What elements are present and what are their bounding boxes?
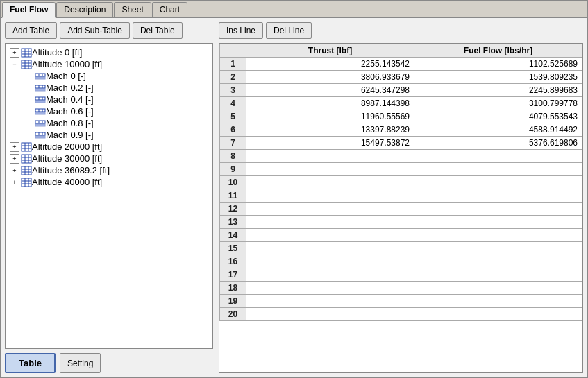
cell-thrust[interactable]: 3806.933679 (246, 71, 414, 84)
cell-thrust[interactable] (246, 242, 414, 255)
cell-thrust[interactable]: 13397.88239 (246, 123, 414, 137)
table-row[interactable]: 19 (220, 295, 582, 308)
cell-fuel-flow[interactable] (414, 176, 582, 189)
del-table-button[interactable]: Del Table (133, 22, 183, 39)
table-row[interactable]: 511960.555694079.553543 (220, 110, 582, 123)
table-row[interactable]: 16 (220, 255, 582, 268)
tree-item-altitude-30000[interactable]: + Altitude 30000 [ft] (7, 153, 211, 164)
table-row[interactable]: 18 (220, 282, 582, 295)
cell-thrust[interactable] (246, 189, 414, 203)
add-table-button[interactable]: Add Table (5, 22, 57, 39)
cell-thrust[interactable] (246, 163, 414, 176)
table-row[interactable]: 13 (220, 216, 582, 229)
cell-thrust[interactable] (246, 203, 414, 216)
table-row[interactable]: 613397.882394588.914492 (220, 123, 582, 137)
table-row[interactable]: 36245.3472982245.899683 (220, 84, 582, 97)
expand-icon-altitude-10000[interactable]: − (10, 60, 19, 69)
svg-rect-13 (35, 77, 45, 79)
cell-fuel-flow[interactable]: 4079.553543 (414, 110, 582, 123)
cell-fuel-flow[interactable]: 5376.619806 (414, 137, 582, 150)
cell-thrust[interactable] (246, 282, 414, 295)
cell-thrust[interactable] (246, 216, 414, 229)
cell-fuel-flow[interactable]: 4588.914492 (414, 123, 582, 137)
grid-icon (21, 154, 32, 164)
cell-fuel-flow[interactable] (414, 163, 582, 176)
cell-fuel-flow[interactable] (414, 216, 582, 229)
del-line-button[interactable]: Del Line (266, 22, 312, 39)
tree-item-mach-09[interactable]: Mach 0.9 [-] (7, 129, 211, 141)
cell-fuel-flow[interactable] (414, 255, 582, 268)
table-row[interactable]: 17 (220, 268, 582, 282)
expand-icon-altitude-30000[interactable]: + (10, 154, 19, 164)
table-row[interactable]: 14 (220, 229, 582, 242)
add-sub-table-button[interactable]: Add Sub-Table (60, 22, 130, 39)
tree-label: Altitude 20000 [ft] (32, 141, 102, 152)
cell-thrust[interactable] (246, 229, 414, 242)
cell-fuel-flow[interactable] (414, 189, 582, 203)
table-row[interactable]: 8 (220, 150, 582, 163)
table-row[interactable]: 23806.9336791539.809235 (220, 71, 582, 84)
row-number: 6 (220, 123, 246, 137)
cell-fuel-flow[interactable] (414, 203, 582, 216)
table-button[interactable]: Table (5, 353, 56, 373)
cell-thrust[interactable]: 8987.144398 (246, 97, 414, 110)
table-row[interactable]: 48987.1443983100.799778 (220, 97, 582, 110)
cell-thrust[interactable] (246, 150, 414, 163)
tree-item-altitude-40000[interactable]: + Altitude 40000 [ft] (7, 176, 211, 188)
cell-fuel-flow[interactable] (414, 242, 582, 255)
cell-fuel-flow[interactable] (414, 295, 582, 308)
table-row[interactable]: 12255.1435421102.525689 (220, 58, 582, 71)
cell-thrust[interactable] (246, 268, 414, 282)
expand-icon-altitude-36089[interactable]: + (10, 166, 19, 175)
cell-fuel-flow[interactable] (414, 229, 582, 242)
table-scroll-container[interactable]: Thrust [lbf] Fuel Flow [lbs/hr] 12255.14… (219, 43, 583, 373)
setting-button[interactable]: Setting (60, 353, 101, 373)
row-number: 8 (220, 150, 246, 163)
cell-thrust[interactable] (246, 255, 414, 268)
row-icon (35, 107, 46, 117)
cell-fuel-flow[interactable] (414, 268, 582, 282)
table-row[interactable]: 11 (220, 189, 582, 203)
cell-fuel-flow[interactable]: 1102.525689 (414, 58, 582, 71)
cell-thrust[interactable]: 15497.53872 (246, 137, 414, 150)
tab-fuel-flow[interactable]: Fuel Flow (2, 2, 56, 18)
tree-item-mach-08[interactable]: Mach 0.8 [-] (7, 117, 211, 129)
tree-item-altitude-10000[interactable]: − Altitude 10000 [ft] (7, 58, 211, 70)
row-icon (35, 83, 46, 93)
tab-chart[interactable]: Chart (152, 2, 187, 17)
table-row[interactable]: 10 (220, 176, 582, 189)
cell-fuel-flow[interactable] (414, 308, 582, 321)
cell-thrust[interactable]: 11960.55569 (246, 110, 414, 123)
tree-container[interactable]: + Altitude 0 [ft] − (5, 43, 213, 349)
cell-thrust[interactable] (246, 176, 414, 189)
expand-icon-altitude-20000[interactable]: + (10, 142, 19, 152)
tree-item-altitude-20000[interactable]: + Altitude 20000 [ft] (7, 141, 211, 153)
table-row[interactable]: 9 (220, 163, 582, 176)
grid-icon (21, 142, 32, 152)
cell-thrust[interactable] (246, 308, 414, 321)
cell-fuel-flow[interactable]: 2245.899683 (414, 84, 582, 97)
tree-item-mach-06[interactable]: Mach 0.6 [-] (7, 105, 211, 117)
tree-item-mach-02[interactable]: Mach 0.2 [-] (7, 82, 211, 94)
table-row[interactable]: 15 (220, 242, 582, 255)
tree-item-altitude-0[interactable]: + Altitude 0 [ft] (7, 46, 211, 58)
cell-thrust[interactable]: 6245.347298 (246, 84, 414, 97)
cell-fuel-flow[interactable]: 1539.809235 (414, 71, 582, 84)
row-number: 1 (220, 58, 246, 71)
expand-icon-altitude-40000[interactable]: + (10, 178, 19, 187)
cell-fuel-flow[interactable]: 3100.799778 (414, 97, 582, 110)
tree-item-mach-0[interactable]: Mach 0 [-] (7, 70, 211, 82)
cell-fuel-flow[interactable] (414, 150, 582, 163)
table-row[interactable]: 20 (220, 308, 582, 321)
table-row[interactable]: 12 (220, 203, 582, 216)
table-row[interactable]: 715497.538725376.619806 (220, 137, 582, 150)
tab-description[interactable]: Description (56, 2, 113, 17)
tab-sheet[interactable]: Sheet (114, 2, 151, 17)
tree-item-altitude-36089[interactable]: + Altitude 36089.2 [ft] (7, 164, 211, 176)
ins-line-button[interactable]: Ins Line (219, 22, 263, 39)
tree-item-mach-04[interactable]: Mach 0.4 [-] (7, 94, 211, 105)
cell-fuel-flow[interactable] (414, 282, 582, 295)
cell-thrust[interactable] (246, 295, 414, 308)
cell-thrust[interactable]: 2255.143542 (246, 58, 414, 71)
expand-icon-altitude-0[interactable]: + (10, 48, 19, 58)
